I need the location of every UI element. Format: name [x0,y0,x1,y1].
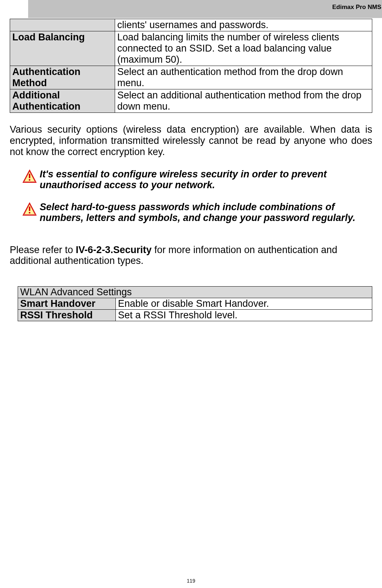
row-desc: Set a RSSI Threshold level. [116,310,372,321]
settings-table-2: WLAN Advanced Settings Smart Handover En… [18,286,372,321]
row-desc: clients' usernames and passwords. [115,19,372,31]
document-header: Edimax Pro NMS [332,4,382,11]
security-paragraph: Various security options (wireless data … [10,124,372,157]
row-label: Additional Authentication [10,89,115,113]
row-desc: Enable or disable Smart Handover. [116,298,372,310]
svg-point-3 [29,179,31,181]
row-label: Load Balancing [10,31,115,66]
refer-pre: Please refer to [10,244,76,255]
row-desc: Select an additional authentication meth… [115,89,372,113]
left-margin-tab [0,0,28,18]
svg-rect-2 [29,174,30,178]
svg-point-7 [29,212,31,213]
table2-header: WLAN Advanced Settings [18,287,372,298]
table-header-row: WLAN Advanced Settings [18,287,372,298]
table-row: Authentication Method Select an authenti… [10,66,372,89]
warning-text: Select hard-to-guess passwords which inc… [40,202,361,224]
row-label [10,19,115,31]
row-label: Smart Handover [18,298,116,310]
row-desc: Select an authentication method from the… [115,66,372,89]
table-row: clients' usernames and passwords. [10,19,372,31]
table-row: RSSI Threshold Set a RSSI Threshold leve… [18,310,372,321]
page-content: clients' usernames and passwords. Load B… [0,0,382,321]
row-label: Authentication Method [10,66,115,89]
warning-icon [22,202,37,217]
row-desc: Load balancing limits the number of wire… [115,31,372,66]
table-row: Smart Handover Enable or disable Smart H… [18,298,372,310]
table-row: Load Balancing Load balancing limits the… [10,31,372,66]
page-number: 119 [0,578,382,584]
refer-bold: IV-6-2-3.Security [76,244,152,255]
warning-icon [22,169,37,184]
warning-block-2: Select hard-to-guess passwords which inc… [10,202,372,224]
top-bar [0,0,382,18]
warning-block-1: It's essential to configure wireless sec… [10,169,372,191]
warning-text: It's essential to configure wireless sec… [40,169,361,191]
svg-rect-6 [29,207,30,211]
row-label: RSSI Threshold [18,310,116,321]
refer-paragraph: Please refer to IV-6-2-3.Security for mo… [10,244,372,267]
settings-table-1: clients' usernames and passwords. Load B… [10,19,372,113]
table-row: Additional Authentication Select an addi… [10,89,372,113]
